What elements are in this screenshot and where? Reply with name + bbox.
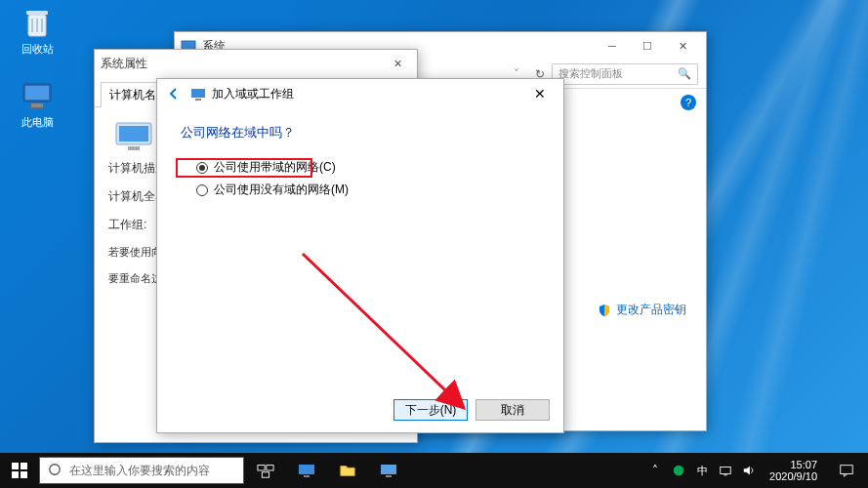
svg-rect-29	[841, 466, 852, 474]
taskbar-app-system[interactable]	[289, 453, 324, 488]
task-view-button[interactable]	[248, 453, 283, 488]
wizard-heading: 公司网络在域中吗？	[181, 124, 540, 142]
taskbar-app-file-explorer[interactable]	[330, 453, 365, 488]
svg-rect-15	[21, 463, 27, 469]
recycle-bin-label: 回收站	[21, 43, 54, 55]
tray-app-icon[interactable]	[670, 462, 687, 479]
svg-rect-20	[267, 466, 273, 470]
desktop-icon-this-pc[interactable]: 此电脑	[8, 78, 66, 130]
svg-rect-28	[723, 474, 727, 475]
minimize-button[interactable]: ─	[595, 35, 630, 57]
search-placeholder: 搜索控制面板	[558, 66, 623, 81]
svg-rect-5	[29, 107, 45, 109]
svg-rect-22	[299, 465, 314, 474]
computer-icon	[114, 121, 153, 152]
close-button[interactable]: ✕	[384, 53, 411, 74]
close-button[interactable]: ✕	[524, 83, 556, 104]
network-icon[interactable]	[717, 462, 734, 479]
clock-time: 15:07	[769, 459, 817, 470]
search-placeholder: 在这里输入你要搜索的内容	[69, 463, 210, 479]
radio-option-without-domain[interactable]: 公司使用没有域的网络(M)	[196, 182, 540, 198]
shield-icon	[598, 304, 611, 317]
radio-icon	[196, 162, 208, 174]
svg-rect-11	[191, 89, 205, 98]
control-panel-search[interactable]: 搜索控制面板 🔍	[552, 63, 698, 85]
radio-label: 公司使用带域的网络(C)	[214, 159, 336, 176]
svg-rect-19	[258, 466, 265, 470]
svg-rect-10	[128, 146, 140, 150]
svg-rect-17	[21, 471, 27, 478]
wizard-icon	[190, 86, 206, 102]
svg-rect-23	[304, 475, 310, 477]
recycle-bin-icon	[20, 5, 55, 40]
tray-overflow-icon[interactable]: ˄	[646, 462, 664, 479]
radio-label: 公司使用没有域的网络(M)	[214, 182, 349, 198]
ime-icon[interactable]: 中	[693, 462, 711, 479]
start-button[interactable]	[0, 453, 39, 488]
props-titlebar[interactable]: 系统属性 ✕	[95, 50, 417, 77]
radio-icon	[196, 184, 208, 196]
change-product-key-link[interactable]: 更改产品密钥	[598, 302, 686, 318]
svg-rect-27	[721, 468, 731, 474]
svg-rect-1	[26, 11, 48, 15]
svg-rect-14	[12, 463, 19, 469]
next-button[interactable]: 下一步(N)	[393, 399, 468, 421]
taskbar-app-system-properties[interactable]	[371, 453, 406, 488]
wizard-title: 加入域或工作组	[212, 86, 558, 102]
maximize-button[interactable]: ☐	[630, 35, 665, 57]
volume-icon[interactable]	[740, 462, 758, 479]
close-button[interactable]: ✕	[665, 35, 700, 57]
clock-date: 2020/9/10	[769, 470, 817, 482]
taskbar-search[interactable]: 在这里输入你要搜索的内容	[39, 457, 244, 484]
this-pc-label: 此电脑	[21, 116, 54, 128]
svg-point-18	[50, 464, 61, 474]
wizard-header: 加入域或工作组	[157, 79, 563, 108]
svg-rect-24	[381, 465, 396, 474]
system-tray: ˄ 中 15:07 2020/9/10	[646, 453, 868, 488]
svg-rect-12	[195, 99, 201, 101]
this-pc-icon	[20, 78, 55, 113]
svg-rect-4	[31, 103, 43, 107]
props-window-title: 系统属性	[101, 56, 384, 72]
action-center-button[interactable]	[829, 453, 864, 488]
taskbar: 在这里输入你要搜索的内容 ˄ 中 15:07 2020/9/10	[0, 453, 868, 488]
svg-rect-16	[12, 471, 19, 478]
desktop-icon-recycle-bin[interactable]: 回收站	[8, 5, 66, 57]
taskbar-clock[interactable]: 15:07 2020/9/10	[764, 459, 823, 482]
svg-point-26	[674, 466, 684, 476]
svg-rect-9	[119, 126, 148, 142]
cancel-button[interactable]: 取消	[475, 399, 550, 421]
cortana-icon	[48, 463, 62, 479]
radio-option-with-domain[interactable]: 公司使用带域的网络(C)	[196, 159, 540, 176]
join-domain-wizard: 加入域或工作组 ✕ 公司网络在域中吗？ 公司使用带域的网络(C) 公司使用没有域…	[156, 78, 564, 433]
back-button[interactable]	[163, 83, 185, 104]
svg-rect-21	[262, 472, 269, 477]
search-icon: 🔍	[678, 67, 691, 80]
svg-rect-25	[386, 475, 392, 477]
svg-rect-3	[25, 86, 49, 100]
